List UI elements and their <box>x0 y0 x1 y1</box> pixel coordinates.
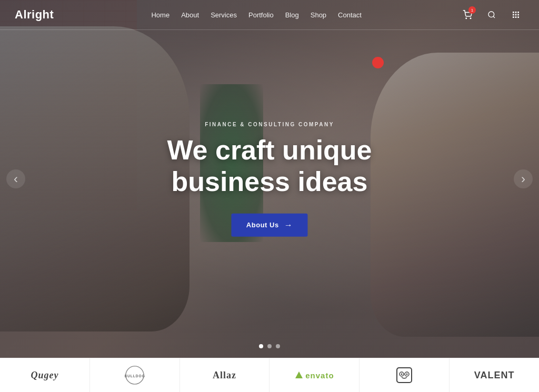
svg-text:BULLDOG: BULLDOG <box>125 374 145 378</box>
svg-rect-4 <box>515 12 517 13</box>
svg-rect-3 <box>513 12 514 13</box>
hero-title-line1: We craft unique <box>167 135 372 165</box>
svg-point-0 <box>466 18 467 19</box>
svg-point-19 <box>406 374 408 375</box>
hero-title: We craft unique business ideas <box>167 135 372 198</box>
nav-item-shop[interactable]: Shop <box>311 11 326 19</box>
slider-prev-button[interactable]: ‹ <box>6 169 25 188</box>
hero-cta-button[interactable]: About Us → <box>232 213 307 236</box>
nav-item-home[interactable]: Home <box>151 11 169 19</box>
nav-item-about[interactable]: About <box>181 11 199 19</box>
header-icons: 1 <box>459 6 524 23</box>
svg-marker-14 <box>295 371 303 378</box>
cart-badge: 1 <box>468 6 476 14</box>
logo-qugey: Qugey <box>0 358 90 392</box>
nav-item-portfolio[interactable]: Portfolio <box>248 11 274 19</box>
nav-item-blog[interactable]: Blog <box>285 11 299 19</box>
logo-bulldog: BULLDOG <box>90 358 180 392</box>
slider-dot-3[interactable] <box>276 344 280 348</box>
hero-section: Alright Home About Services Portfolio Bl… <box>0 0 539 358</box>
nav-item-services[interactable]: Services <box>211 11 237 19</box>
main-nav: Home About Services Portfolio Blog Shop … <box>151 11 361 19</box>
header-border <box>0 29 539 30</box>
slider-dot-2[interactable] <box>267 344 272 348</box>
hero-title-line2: business ideas <box>172 166 368 197</box>
svg-rect-7 <box>515 14 517 16</box>
slider-next-button[interactable]: › <box>514 169 533 188</box>
svg-point-1 <box>470 18 471 19</box>
logo-allaz: Allaz <box>180 358 270 392</box>
hero-content: Finance & Consulting Company We craft un… <box>167 122 372 237</box>
svg-point-2 <box>488 12 494 17</box>
logo-valent: VALENT <box>450 358 539 392</box>
search-button[interactable] <box>483 6 500 23</box>
svg-rect-8 <box>517 14 519 16</box>
logos-section: Qugey BULLDOG Allaz envato VALENT <box>0 358 539 392</box>
logo-owl <box>360 358 450 392</box>
svg-rect-6 <box>513 14 514 16</box>
hero-cta-arrow: → <box>284 220 293 229</box>
hero-subtitle: Finance & Consulting Company <box>167 122 372 127</box>
cart-button[interactable]: 1 <box>459 6 476 23</box>
svg-rect-15 <box>397 368 412 383</box>
envato-text: envato <box>305 371 334 380</box>
hero-cta-label: About Us <box>246 221 279 229</box>
svg-point-18 <box>401 374 403 375</box>
logo-envato: envato <box>270 358 360 392</box>
site-header: Alright Home About Services Portfolio Bl… <box>0 0 539 29</box>
svg-rect-5 <box>517 12 519 13</box>
red-dot-decoration <box>372 57 384 68</box>
site-logo[interactable]: Alright <box>15 8 54 22</box>
svg-rect-10 <box>515 16 517 18</box>
svg-rect-11 <box>517 16 519 18</box>
slider-dot-1[interactable] <box>259 344 263 348</box>
nav-item-contact[interactable]: Contact <box>338 11 362 19</box>
svg-rect-9 <box>513 16 514 18</box>
slider-dots <box>259 344 280 348</box>
grid-menu-button[interactable] <box>507 6 524 23</box>
